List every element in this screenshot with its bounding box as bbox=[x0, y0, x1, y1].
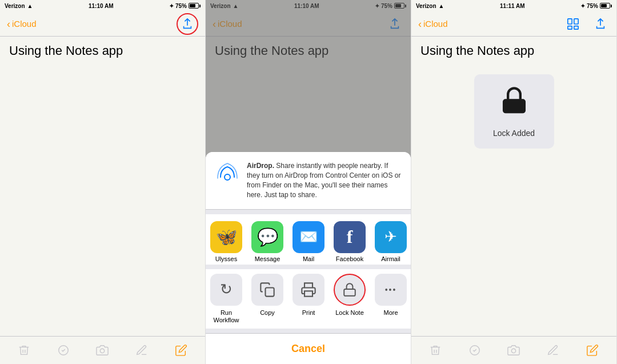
back-button-3[interactable]: ‹ iCloud bbox=[418, 19, 448, 29]
status-right-3: ✦ 75% bbox=[580, 3, 612, 9]
carrier-3: Verizon bbox=[416, 3, 436, 9]
app-airmail[interactable]: ✈ Airmail bbox=[370, 221, 411, 262]
svg-rect-5 bbox=[344, 289, 355, 296]
check-icon-1 bbox=[57, 344, 70, 357]
airmail-icon: ✈ bbox=[375, 221, 407, 253]
airdrop-text: AirDrop. Share instantly with people nea… bbox=[247, 161, 402, 199]
pen-icon-3 bbox=[547, 344, 559, 357]
panel-3: Verizon ▲ 11:11 AM ✦ 75% ‹ iCloud bbox=[411, 0, 617, 364]
compose-icon-3 bbox=[586, 344, 599, 357]
check-button-1[interactable] bbox=[52, 339, 75, 362]
pen-icon-1 bbox=[135, 344, 148, 357]
lock-note-icon bbox=[334, 274, 366, 306]
check-button-3[interactable] bbox=[463, 339, 486, 362]
svg-rect-7 bbox=[574, 18, 578, 23]
note-content-1 bbox=[0, 63, 205, 336]
app-mail-label: Mail bbox=[303, 255, 314, 262]
copy-svg bbox=[259, 282, 275, 298]
svg-point-2 bbox=[225, 174, 230, 180]
svg-point-1 bbox=[101, 349, 105, 353]
app-facebook[interactable]: f Facebook bbox=[329, 221, 370, 262]
lock-svg bbox=[342, 282, 357, 297]
note-title-3: Using the Notes app bbox=[411, 37, 616, 63]
lock-note-label: Lock Note bbox=[335, 309, 364, 317]
note-title-1: Using the Notes app bbox=[0, 37, 205, 63]
action-more[interactable]: ••• More bbox=[370, 274, 411, 324]
nav-bar-1: ‹ iCloud bbox=[0, 11, 205, 37]
lock-added-label: Lock Added bbox=[493, 129, 535, 138]
lock-added-icon bbox=[499, 86, 529, 122]
panel-2: Verizon ▲ 11:10 AM ✦ 75% ‹ iCloud Using … bbox=[206, 0, 411, 364]
more-label: More bbox=[383, 309, 398, 317]
pen-button-3[interactable] bbox=[542, 339, 564, 362]
share-icon-3a bbox=[567, 18, 579, 30]
status-left-3: Verizon ▲ bbox=[416, 3, 444, 9]
run-workflow-icon: ↻ bbox=[210, 274, 242, 306]
bt-icon-3: ✦ bbox=[580, 3, 585, 9]
chevron-left-icon-3: ‹ bbox=[418, 19, 422, 29]
status-bar-1: Verizon ▲ 11:10 AM ✦ 75% bbox=[0, 0, 205, 11]
actions-row: ↻ RunWorkflow Copy bbox=[206, 269, 411, 329]
compose-button-1[interactable] bbox=[170, 339, 193, 362]
svg-rect-3 bbox=[266, 287, 274, 296]
app-message[interactable]: 💬 Message bbox=[247, 221, 288, 262]
camera-button-3[interactable] bbox=[502, 339, 525, 362]
compose-icon-1 bbox=[175, 344, 187, 357]
app-airmail-label: Airmail bbox=[381, 255, 400, 262]
bottom-toolbar-1 bbox=[0, 336, 205, 364]
share-button-1[interactable] bbox=[177, 13, 198, 35]
action-lock-note[interactable]: Lock Note bbox=[329, 274, 370, 324]
share-icon-1 bbox=[181, 18, 194, 30]
print-label: Print bbox=[302, 309, 315, 317]
svg-rect-10 bbox=[503, 99, 525, 113]
share-icon-3b bbox=[594, 18, 607, 30]
status-bar-3: Verizon ▲ 11:11 AM ✦ 75% bbox=[411, 0, 616, 11]
app-ulysses-label: Ulysses bbox=[215, 255, 238, 262]
svg-rect-4 bbox=[305, 291, 312, 296]
airdrop-title: AirDrop. bbox=[247, 162, 274, 170]
more-icon: ••• bbox=[375, 274, 407, 306]
panel-1: Verizon ▲ 11:10 AM ✦ 75% ‹ iCloud Using … bbox=[0, 0, 206, 364]
bt-icon-1: ✦ bbox=[169, 3, 174, 9]
svg-rect-8 bbox=[568, 26, 572, 29]
lock-added-card: Lock Added bbox=[474, 74, 554, 149]
back-button-1[interactable]: ‹ iCloud bbox=[7, 19, 37, 29]
battery-3: 75% bbox=[587, 3, 598, 9]
action-run-workflow[interactable]: ↻ RunWorkflow bbox=[206, 274, 247, 324]
pen-button-1[interactable] bbox=[130, 339, 153, 362]
svg-rect-9 bbox=[574, 26, 578, 29]
chevron-left-icon-1: ‹ bbox=[7, 19, 10, 29]
share-button-3a[interactable] bbox=[564, 15, 582, 33]
check-icon-3 bbox=[468, 344, 481, 357]
trash-button-1[interactable] bbox=[13, 339, 35, 362]
camera-icon-1 bbox=[96, 344, 109, 357]
nav-bar-3: ‹ iCloud bbox=[411, 11, 616, 37]
mail-icon: ✉️ bbox=[293, 221, 324, 253]
action-copy[interactable]: Copy bbox=[247, 274, 288, 324]
copy-icon bbox=[251, 274, 283, 306]
print-svg bbox=[301, 282, 316, 298]
cancel-button[interactable]: Cancel bbox=[206, 333, 411, 364]
copy-label: Copy bbox=[260, 309, 275, 317]
wifi-icon-1: ▲ bbox=[27, 3, 33, 9]
facebook-icon: f bbox=[334, 221, 366, 253]
app-mail[interactable]: ✉️ Mail bbox=[288, 221, 329, 262]
message-icon: 💬 bbox=[251, 221, 283, 253]
camera-button-1[interactable] bbox=[91, 339, 114, 362]
app-ulysses[interactable]: 🦋 Ulysses bbox=[206, 221, 247, 262]
bottom-toolbar-3 bbox=[411, 336, 616, 364]
camera-icon-3 bbox=[507, 344, 520, 357]
wifi-icon-3: ▲ bbox=[439, 3, 444, 9]
time-3: 11:11 AM bbox=[500, 3, 525, 9]
compose-button-3[interactable] bbox=[581, 339, 604, 362]
trash-icon-3 bbox=[429, 344, 442, 357]
app-facebook-label: Facebook bbox=[336, 255, 363, 262]
status-right-1: ✦ 75% bbox=[169, 3, 201, 9]
share-sheet: AirDrop. Share instantly with people nea… bbox=[206, 152, 411, 364]
trash-icon-1 bbox=[18, 344, 30, 357]
lock-large-svg bbox=[499, 86, 529, 115]
action-print[interactable]: Print bbox=[288, 274, 329, 324]
share-button-3b[interactable] bbox=[591, 15, 610, 33]
trash-button-3[interactable] bbox=[424, 339, 447, 362]
note-content-3 bbox=[411, 160, 616, 336]
